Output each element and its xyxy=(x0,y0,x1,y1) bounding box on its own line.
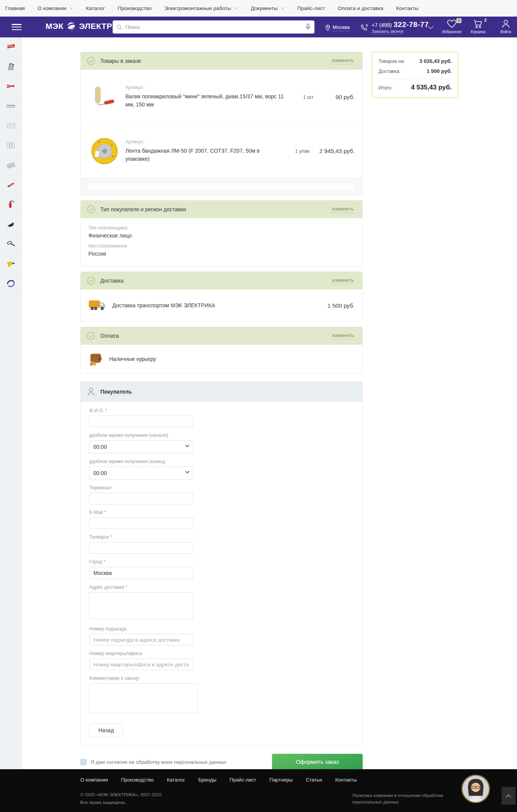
footer-links: О компании Производство Каталог Бренды П… xyxy=(80,777,357,783)
phone-number[interactable]: +7 (499) 322-78-77 xyxy=(372,20,429,29)
crimping-tool-icon xyxy=(6,219,16,229)
scroll-to-top-button[interactable] xyxy=(502,787,515,805)
buyer-type-card-header: Тип покупателя и регион доставки изменит… xyxy=(81,200,362,218)
apartment-input[interactable] xyxy=(89,659,193,670)
location-label: Местоположение xyxy=(88,243,355,249)
sidebar-item-mek-logo[interactable] xyxy=(0,273,22,293)
nav-contacts[interactable]: Контакты xyxy=(396,5,418,11)
footer-link-production[interactable]: Производство xyxy=(121,777,154,783)
nav-electrical-works[interactable]: Электромонтажные работы xyxy=(164,5,238,11)
submit-order-button[interactable]: Оформить заказ xyxy=(272,754,363,770)
search-input[interactable] xyxy=(125,24,306,30)
entrance-label: Номер подъезда xyxy=(89,626,362,632)
sidebar-item-ledel[interactable]: LEDEL xyxy=(0,37,22,57)
cable-stripper-icon xyxy=(6,239,16,249)
nav-home[interactable]: Главная xyxy=(5,5,25,11)
nav-payment-delivery[interactable]: Оплата и доставка xyxy=(338,5,383,11)
consent-checkbox[interactable] xyxy=(80,759,87,765)
time-start-select[interactable]: 00:00 xyxy=(89,440,193,453)
nav-about[interactable]: О компании xyxy=(37,5,73,11)
cart-count-badge: 2 xyxy=(484,18,487,22)
sidebar-item-cabinets[interactable] xyxy=(0,136,22,155)
address-textarea[interactable] xyxy=(89,592,193,619)
crimpers-icon xyxy=(6,81,16,91)
time-end-select[interactable]: 00:00 xyxy=(89,467,193,480)
consent-label[interactable]: Я даю согласие на обработку моих персона… xyxy=(91,759,226,765)
product-qty: 1 шт xyxy=(291,94,326,100)
nav-catalog[interactable]: Каталог xyxy=(86,5,105,11)
buyer-type-edit-link[interactable]: изменить xyxy=(332,206,354,213)
sidebar-item-distribution-panel[interactable] xyxy=(0,116,22,136)
products-edit-link[interactable]: изменить xyxy=(332,57,354,64)
sidebar-item-metal-profiles[interactable] xyxy=(0,155,22,175)
sidebar-item-terminal-blocks[interactable] xyxy=(0,96,22,116)
footer-link-brands[interactable]: Бренды xyxy=(198,777,216,783)
product-name[interactable]: Лента бандажная ЛМ-50 (F 2007, СОТ37, F2… xyxy=(125,147,285,163)
login-button[interactable]: Войти xyxy=(494,19,517,34)
footer-link-articles[interactable]: Статьи xyxy=(306,777,322,783)
microphone-icon[interactable] xyxy=(306,24,311,30)
phone-input[interactable] xyxy=(89,542,193,554)
buyer-form-title: Покупатель xyxy=(100,389,132,395)
city-input[interactable] xyxy=(89,567,193,579)
sidebar-item-drill[interactable] xyxy=(0,254,22,273)
category-rail: LEDEL xyxy=(0,37,22,769)
footer-link-about[interactable]: О компании xyxy=(80,777,108,783)
footer-link-contacts[interactable]: Контакты xyxy=(335,777,357,783)
phone-chevron-down-icon[interactable] xyxy=(427,26,434,29)
buyer-form-header: Покупатель xyxy=(81,382,362,402)
chevron-down-icon xyxy=(280,7,285,10)
payment-method-name: Наличные курьеру xyxy=(109,356,156,362)
sidebar-item-cables[interactable] xyxy=(0,57,22,77)
support-avatar[interactable] xyxy=(461,775,490,803)
back-button[interactable]: Назад xyxy=(89,723,123,737)
sidebar-item-crimpers[interactable] xyxy=(0,77,22,96)
product-name[interactable]: Валик полиакриловый "мини" зеленый, диам… xyxy=(125,93,291,109)
sidebar-item-crimping-tool[interactable] xyxy=(0,214,22,234)
city-label: Москва xyxy=(333,24,350,31)
fio-input[interactable] xyxy=(89,416,193,427)
location-pin-icon xyxy=(325,25,330,31)
mek-logo-icon xyxy=(6,278,16,288)
nav-documents[interactable]: Документы xyxy=(251,5,285,11)
product-price: 2 945,43 руб. xyxy=(319,148,355,154)
summary-total-label: Итого: xyxy=(378,85,392,91)
cart-button[interactable]: 2 Корзина xyxy=(466,19,490,34)
footer-link-catalog[interactable]: Каталог xyxy=(167,777,185,783)
sidebar-item-cable-stripper[interactable] xyxy=(0,234,22,254)
favorites-button[interactable]: 0 Избранное xyxy=(440,19,464,34)
comments-textarea[interactable] xyxy=(89,683,198,713)
footer-policy-link[interactable]: Политика компании в отношении обработки … xyxy=(352,792,445,806)
buyer-person-icon xyxy=(87,387,95,396)
cart-icon xyxy=(473,19,483,29)
email-input[interactable] xyxy=(89,517,193,529)
chevron-down-icon xyxy=(234,7,238,10)
product-qty: 1 упак xyxy=(285,148,319,154)
nav-pricelist[interactable]: Прайс-лист xyxy=(297,5,325,11)
fire-extinguisher-icon xyxy=(6,199,16,209)
buyer-type-card: Тип покупателя и регион доставки изменит… xyxy=(80,200,363,266)
entrance-input[interactable] xyxy=(89,634,193,645)
sidebar-item-clamps[interactable] xyxy=(0,175,22,195)
nav-production[interactable]: Производство xyxy=(118,5,152,11)
callback-link[interactable]: Заказать звонок xyxy=(372,29,403,34)
sidebar-item-fire-extinguisher[interactable] xyxy=(0,195,22,214)
check-circle-icon xyxy=(87,205,95,214)
terminal-input[interactable] xyxy=(89,493,193,504)
delivery-edit-link[interactable]: изменить xyxy=(332,277,354,284)
checkout-page: Главная О компании Каталог Производство … xyxy=(0,0,517,812)
delivery-card-header: Доставка изменить xyxy=(81,272,362,290)
product-image-tape-reel xyxy=(88,137,121,165)
footer-link-partners[interactable]: Партнеры xyxy=(269,777,292,783)
payment-edit-link[interactable]: изменить xyxy=(332,332,354,339)
support-avatar-image xyxy=(463,776,489,802)
menu-burger-icon[interactable] xyxy=(12,24,22,30)
checkout-main: Товары в заказе изменить Артикул: - Вали… xyxy=(80,52,363,770)
city-selector[interactable]: Москва xyxy=(325,24,350,31)
check-circle-icon xyxy=(87,57,95,65)
footer-link-pricelist[interactable]: Прайс-лист xyxy=(230,777,256,783)
heart-icon xyxy=(447,19,457,28)
payment-card: Оплата изменить Наличные курьеру xyxy=(80,327,363,374)
buyer-form-card: Покупатель Ф.И.О. * удобное время получе… xyxy=(80,381,363,746)
product-price: 90 руб. xyxy=(336,94,355,100)
